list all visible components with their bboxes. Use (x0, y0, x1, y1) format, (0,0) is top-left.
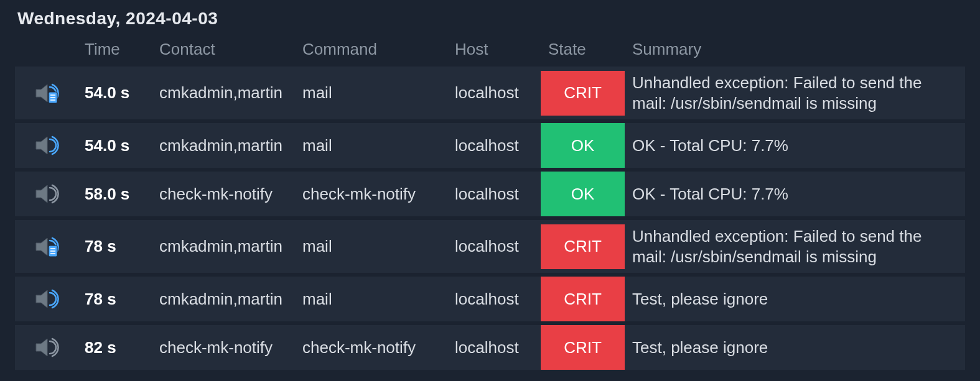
host-cell: localhost (447, 220, 541, 273)
command-cell: mail (295, 277, 447, 321)
state-cell: CRIT (541, 67, 625, 119)
summary-cell: OK - Total CPU: 7.7% (625, 172, 965, 216)
contact-cell: cmkadmin,martin (152, 123, 295, 168)
col-summary-header[interactable]: Summary (625, 39, 965, 63)
state-cell: OK (541, 172, 625, 216)
speaker-blue-icon (15, 277, 77, 321)
time-cell: 54.0 s (77, 123, 152, 168)
table-row[interactable]: 78 scmkadmin,martinmaillocalhostCRITTest… (15, 277, 965, 321)
contact-cell: check-mk-notify (152, 325, 295, 370)
command-cell: mail (295, 123, 447, 168)
log-panel: Wednesday, 2024-04-03 Time Contact Comma… (0, 0, 980, 381)
col-command-header[interactable]: Command (295, 39, 447, 63)
state-cell: OK (541, 123, 625, 168)
contact-cell: cmkadmin,martin (152, 277, 295, 321)
time-cell: 58.0 s (77, 172, 152, 216)
state-cell: CRIT (541, 277, 625, 321)
contact-cell: check-mk-notify (152, 172, 295, 216)
command-cell: mail (295, 220, 447, 273)
speaker-doc-icon (15, 67, 77, 119)
summary-cell: Unhandled exception: Failed to send the … (625, 67, 965, 119)
state-badge: CRIT (541, 224, 625, 269)
state-cell: CRIT (541, 220, 625, 273)
col-state-header[interactable]: State (541, 39, 625, 63)
table-header-row: Time Contact Command Host State Summary (15, 39, 965, 63)
time-cell: 54.0 s (77, 67, 152, 119)
speaker-doc-icon (15, 220, 77, 273)
command-cell: check-mk-notify (295, 325, 447, 370)
state-cell: CRIT (541, 325, 625, 370)
col-host-header[interactable]: Host (447, 39, 541, 63)
state-badge: OK (541, 123, 625, 168)
state-badge: CRIT (541, 277, 625, 321)
host-cell: localhost (447, 277, 541, 321)
command-cell: check-mk-notify (295, 172, 447, 216)
col-time-header[interactable]: Time (77, 39, 152, 63)
speaker-grey-icon (15, 325, 77, 370)
table-row[interactable]: 78 scmkadmin,martinmaillocalhostCRITUnha… (15, 220, 965, 273)
date-header: Wednesday, 2024-04-03 (15, 6, 965, 35)
summary-cell: Test, please ignore (625, 325, 965, 370)
summary-cell: OK - Total CPU: 7.7% (625, 123, 965, 168)
command-cell: mail (295, 67, 447, 119)
summary-cell: Test, please ignore (625, 277, 965, 321)
time-cell: 82 s (77, 325, 152, 370)
speaker-grey-icon (15, 172, 77, 216)
col-icon-header (15, 39, 77, 63)
host-cell: localhost (447, 325, 541, 370)
time-cell: 78 s (77, 277, 152, 321)
speaker-blue-icon (15, 123, 77, 168)
state-badge: OK (541, 172, 625, 216)
table-row[interactable]: 82 scheck-mk-notifycheck-mk-notifylocalh… (15, 325, 965, 370)
table-row[interactable]: 54.0 scmkadmin,martinmaillocalhostCRITUn… (15, 67, 965, 119)
state-badge: CRIT (541, 325, 625, 370)
host-cell: localhost (447, 123, 541, 168)
host-cell: localhost (447, 172, 541, 216)
table-row[interactable]: 54.0 scmkadmin,martinmaillocalhostOKOK -… (15, 123, 965, 168)
event-table: Time Contact Command Host State Summary … (15, 35, 965, 374)
host-cell: localhost (447, 67, 541, 119)
table-row[interactable]: 58.0 scheck-mk-notifycheck-mk-notifyloca… (15, 172, 965, 216)
col-contact-header[interactable]: Contact (152, 39, 295, 63)
contact-cell: cmkadmin,martin (152, 67, 295, 119)
time-cell: 78 s (77, 220, 152, 273)
contact-cell: cmkadmin,martin (152, 220, 295, 273)
summary-cell: Unhandled exception: Failed to send the … (625, 220, 965, 273)
state-badge: CRIT (541, 71, 625, 116)
